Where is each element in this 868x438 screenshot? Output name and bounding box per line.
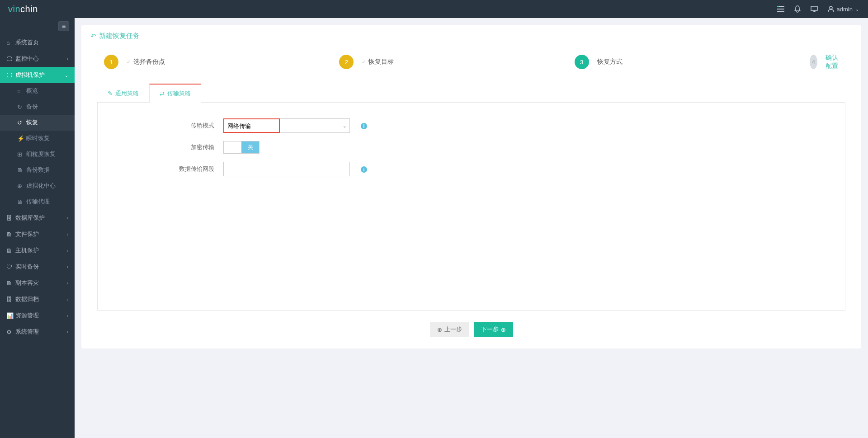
caret-icon: ‹ (67, 297, 68, 302)
granular-icon: ⊞ (17, 151, 26, 158)
switch-on-part: 关 (241, 141, 259, 153)
nav-label: 备份 (26, 103, 38, 111)
network-segment-input[interactable] (223, 162, 350, 176)
nav-label: 传输代理 (26, 198, 50, 206)
transfer-mode-select[interactable]: 网络传输 (223, 118, 350, 133)
tab-content: 传输模式 网络传输 ⌄ i 加密传输 关 (97, 103, 845, 311)
nav-vm-granular[interactable]: ⊞ 细粒度恢复 (0, 146, 75, 162)
nav-label: 监控中心 (15, 55, 39, 63)
nav-label: 恢复 (26, 119, 38, 127)
nav-label: 数据归档 (15, 295, 39, 303)
label-network-segment: 数据传输网段 (116, 165, 223, 173)
nav-vm-restore[interactable]: ↺ 恢复 (0, 115, 75, 131)
page-title-text: 新建恢复任务 (99, 32, 140, 40)
nav-label: 备份数据 (26, 166, 50, 174)
back-icon[interactable]: ↶ (90, 32, 96, 40)
nav-replica-dr[interactable]: 🗎 副本容灾 ‹ (0, 275, 75, 291)
transfer-icon: ⇄ (160, 90, 165, 97)
row-transfer-mode: 传输模式 网络传输 ⌄ i (116, 118, 827, 133)
monitor-icon[interactable] (811, 6, 818, 12)
caret-down-icon: ⌄ (65, 73, 68, 78)
svg-rect-2 (777, 11, 784, 12)
nav-host-protect[interactable]: 🗎 主机保护 ‹ (0, 242, 75, 259)
list-icon: ≡ (17, 88, 26, 94)
caret-icon: ‹ (67, 57, 68, 61)
nav-label: 主机保护 (15, 246, 39, 254)
nav-realtime-backup[interactable]: 🛡 实时备份 ‹ (0, 259, 75, 275)
row-network-segment: 数据传输网段 i (116, 162, 827, 176)
user-icon (828, 6, 834, 12)
nav-label: 实时备份 (15, 263, 39, 271)
nav-vm-protect[interactable]: 🖵 虚拟机保护 ⌄ (0, 67, 75, 83)
sidebar-toggle-row: ≡ (0, 18, 75, 34)
step-3[interactable]: 3 恢复方式 (575, 54, 810, 70)
step-num: 3 (575, 55, 589, 69)
tabs-area: ✎ 通用策略 ⇄ 传输策略 传输模式 网络传输 ⌄ (90, 84, 852, 311)
file-icon: 🗎 (6, 231, 15, 238)
tabs: ✎ 通用策略 ⇄ 传输策略 (97, 84, 845, 103)
nav-system[interactable]: ⚙ 系统管理 ‹ (0, 324, 75, 340)
svg-rect-1 (777, 9, 784, 9)
user-menu[interactable]: admin ⌄ (828, 6, 859, 13)
nav-vm-data[interactable]: 🗎 备份数据 (0, 162, 75, 178)
nav-label: 文件保护 (15, 230, 39, 238)
nav-home[interactable]: ⌂ 系统首页 (0, 34, 75, 51)
step-label: 恢复方式 (597, 58, 623, 66)
nav-vm-instant[interactable]: ⚡ 瞬时恢复 (0, 131, 75, 146)
switch-off-part (224, 141, 241, 153)
tab-transfer-policy[interactable]: ⇄ 传输策略 (149, 84, 201, 103)
step-2[interactable]: 2 ✓ 恢复目标 (339, 54, 574, 70)
nav-label: 细粒度恢复 (26, 151, 56, 158)
monitor-nav-icon: 🖵 (6, 56, 15, 62)
nav-label: 系统管理 (15, 328, 39, 336)
caret-icon: ‹ (67, 281, 68, 286)
nav-label: 副本容灾 (15, 279, 39, 287)
encrypt-switch[interactable]: 关 (223, 141, 259, 154)
caret-icon: ‹ (67, 330, 68, 334)
flash-icon: ⚡ (17, 135, 26, 142)
header-right: admin ⌄ (777, 5, 868, 13)
restore-icon: ↺ (17, 119, 26, 126)
tab-general-policy[interactable]: ✎ 通用策略 (97, 84, 149, 103)
info-icon-transfer-mode[interactable]: i (361, 122, 367, 130)
nav-db-protect[interactable]: 🗄 数据库保护 ‹ (0, 210, 75, 226)
step-4[interactable]: 4 确认配置 (810, 54, 839, 70)
next-button[interactable]: 下一步 ⊕ (474, 322, 513, 337)
nav-label: 数据库保护 (15, 214, 45, 222)
info-icon-network[interactable]: i (361, 165, 367, 173)
brand-part2: chin (20, 4, 38, 14)
step-1[interactable]: 1 ✓ 选择备份点 (104, 54, 339, 70)
shield-icon: 🛡 (6, 264, 15, 270)
proxy-icon: 🗎 (17, 198, 26, 205)
bell-icon[interactable] (794, 5, 801, 13)
nav-archive[interactable]: 🗄 数据归档 ‹ (0, 291, 75, 307)
network-segment-control (223, 162, 350, 176)
sidebar-toggle-button[interactable]: ≡ (58, 21, 69, 31)
step-label: ✓ 恢复目标 (362, 58, 394, 66)
archive-icon: 🗄 (6, 296, 15, 303)
sidebar: ≡ ⌂ 系统首页 🖵 监控中心 ‹ 🖵 虚拟机保护 ⌄ ≡ 概览 ↻ 备份 ↺ … (0, 18, 75, 438)
svg-rect-3 (777, 6, 779, 7)
nav-label: 概览 (26, 87, 38, 95)
nav-monitor[interactable]: 🖵 监控中心 ‹ (0, 51, 75, 67)
nav-label: 系统首页 (15, 38, 39, 47)
nav-vm-proxy[interactable]: 🗎 传输代理 (0, 194, 75, 210)
caret-icon: ‹ (67, 313, 68, 318)
host-icon: 🗎 (6, 247, 15, 254)
nav-vm-overview[interactable]: ≡ 概览 (0, 83, 75, 99)
caret-icon: ‹ (67, 216, 68, 221)
step-label: 确认配置 (826, 54, 839, 70)
nav-vm-center[interactable]: ⊕ 虚拟化中心 (0, 178, 75, 194)
nav-vm-backup[interactable]: ↻ 备份 (0, 99, 75, 115)
arrow-right-icon: ⊕ (501, 326, 506, 333)
resource-icon: 📊 (6, 312, 15, 319)
row-encrypt: 加密传输 关 (116, 141, 827, 154)
tasks-icon[interactable] (777, 6, 784, 12)
prev-button[interactable]: ⊕ 上一步 (430, 322, 469, 337)
nav-resource[interactable]: 📊 资源管理 ‹ (0, 307, 75, 324)
chevron-down-icon: ⌄ (855, 7, 859, 12)
wizard-steps: 1 ✓ 选择备份点 2 ✓ 恢复目标 3 恢复方式 4 (90, 49, 852, 84)
center-icon: ⊕ (17, 183, 26, 189)
edit-icon: ✎ (108, 90, 113, 97)
nav-file-protect[interactable]: 🗎 文件保护 ‹ (0, 226, 75, 242)
